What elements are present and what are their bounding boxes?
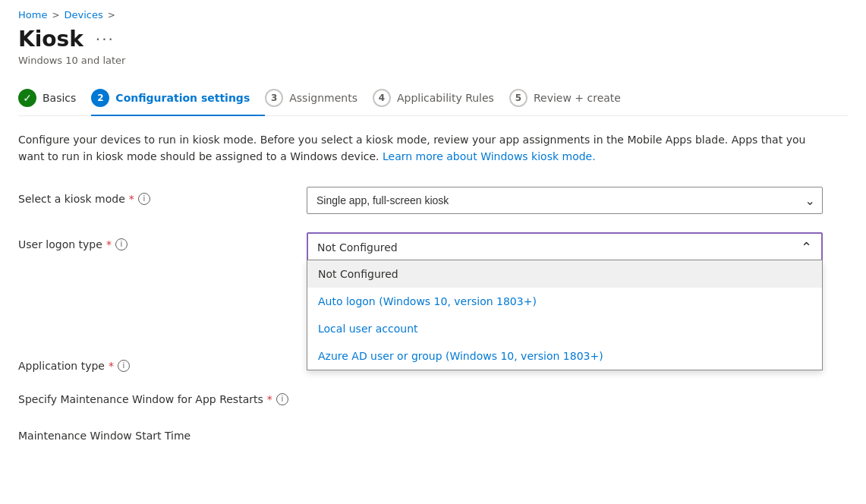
option-not-configured[interactable]: Not Configured [307, 260, 822, 288]
tab-applicability-label: Applicability Rules [397, 92, 494, 104]
kiosk-mode-label: Select a kiosk mode * i [18, 187, 291, 205]
step-circle-5: 5 [509, 89, 527, 107]
wizard-tabs: ✓ Basics 2 Configuration settings 3 Assi… [18, 81, 848, 116]
breadcrumb-home[interactable]: Home [18, 9, 47, 20]
tab-config-label: Configuration settings [115, 92, 250, 104]
description-text: Configure your devices to run in kiosk m… [18, 131, 823, 165]
option-local-user[interactable]: Local user account [307, 315, 822, 342]
page-header: Kiosk ··· [18, 27, 848, 52]
maintenance-info-icon[interactable]: i [276, 393, 288, 405]
user-logon-label: User logon type * i [18, 232, 291, 250]
app-type-required: * [109, 360, 114, 372]
page-title: Kiosk [18, 27, 83, 52]
kiosk-mode-select[interactable]: Single app, full-screen kiosk [307, 187, 823, 214]
maintenance-start-row: Maintenance Window Start Time [18, 424, 823, 442]
user-logon-dropdown[interactable]: Not Configured ⌃ Not Configured Auto log… [307, 232, 823, 263]
option-azure-ad[interactable]: Azure AD user or group (Windows 10, vers… [307, 342, 822, 370]
breadcrumb: Home > Devices > [18, 0, 848, 27]
breadcrumb-devices[interactable]: Devices [64, 9, 102, 20]
user-logon-selected[interactable]: Not Configured ⌃ [308, 234, 821, 261]
user-logon-chevron-up-icon: ⌃ [801, 239, 812, 255]
maintenance-label-title: Specify Maintenance Window for App Resta… [18, 393, 288, 405]
maintenance-required: * [267, 393, 272, 405]
user-logon-row: User logon type * i Not Configured ⌃ Not… [18, 232, 823, 263]
tab-configuration[interactable]: 2 Configuration settings [91, 81, 265, 116]
form-section: Select a kiosk mode * i Single app, full… [18, 187, 823, 442]
maintenance-start-label: Maintenance Window Start Time [18, 424, 291, 442]
step-circle-2: 2 [91, 89, 109, 107]
page-subtitle: Windows 10 and later [18, 55, 848, 66]
tab-assignments[interactable]: 3 Assignments [265, 81, 373, 116]
tab-basics-label: Basics [43, 92, 76, 104]
kiosk-mode-row: Select a kiosk mode * i Single app, full… [18, 187, 823, 214]
kiosk-mode-info-icon[interactable]: i [138, 193, 150, 205]
tab-review-label: Review + create [534, 92, 621, 104]
tab-basics[interactable]: ✓ Basics [18, 81, 91, 116]
tab-review[interactable]: 5 Review + create [509, 81, 636, 116]
user-logon-control: Not Configured ⌃ Not Configured Auto log… [307, 232, 823, 263]
user-logon-info-icon[interactable]: i [115, 238, 128, 250]
step-circle-4: 4 [373, 89, 391, 107]
kiosk-mode-required: * [129, 193, 134, 205]
step-circle-3: 3 [265, 89, 283, 107]
maintenance-row: Specify Maintenance Window for App Resta… [18, 390, 823, 405]
option-auto-logon[interactable]: Auto logon (Windows 10, version 1803+) [307, 288, 822, 315]
learn-more-link[interactable]: Learn more about Windows kiosk mode. [383, 150, 596, 162]
tab-applicability[interactable]: 4 Applicability Rules [373, 81, 509, 116]
user-logon-required: * [106, 238, 112, 250]
breadcrumb-sep1: > [52, 10, 59, 20]
app-type-label: Application type * i [18, 354, 291, 372]
app-type-info-icon[interactable]: i [118, 360, 130, 372]
page-menu-button[interactable]: ··· [91, 29, 119, 50]
kiosk-mode-control: Single app, full-screen kiosk ⌄ [307, 187, 823, 214]
step-circle-1: ✓ [18, 89, 36, 107]
breadcrumb-sep2: > [108, 10, 115, 20]
user-logon-options: Not Configured Auto logon (Windows 10, v… [307, 260, 823, 370]
tab-assignments-label: Assignments [289, 92, 357, 104]
maintenance-label: Specify Maintenance Window for App Resta… [18, 390, 291, 405]
